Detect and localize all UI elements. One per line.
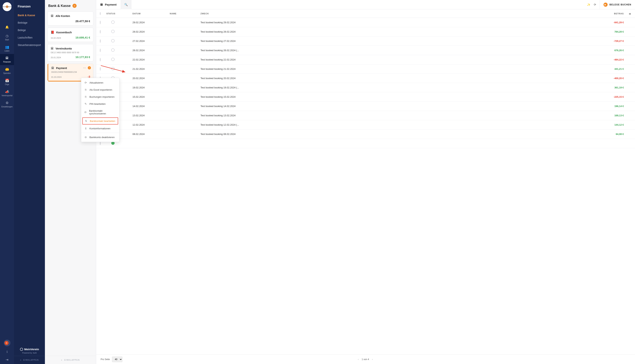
- row-checkbox[interactable]: [100, 39, 101, 43]
- sidenav-collapse-button[interactable]: « EINKLAPPEN: [14, 356, 45, 364]
- table-row[interactable]: 26.02.2024Test booked booking 26.02.2024…: [96, 46, 635, 55]
- accounts-collapse-button[interactable]: « EINKLAPPEN: [45, 356, 96, 364]
- logout-icon[interactable]: ⇥: [6, 358, 8, 362]
- rail-item-spenden[interactable]: 🤲Spenden: [0, 65, 14, 76]
- bank-icon: 🏛: [100, 3, 103, 6]
- accounts-panel: Bank & Kasse + 🏛Alle Konten29.477,59 €📕K…: [45, 0, 96, 364]
- menu-item-bankkonto-deaktivieren[interactable]: ⊖Bankkonto deaktivieren: [81, 134, 119, 141]
- table-row[interactable]: [96, 139, 635, 148]
- menu-icon: ✎: [84, 102, 87, 105]
- sidenav-item-lastschriften[interactable]: Lastschriften: [14, 34, 45, 41]
- row-checkbox[interactable]: [100, 58, 101, 62]
- book-receipts-button[interactable]: ▶ BELEGE BUCHEN: [600, 0, 631, 9]
- account-type-icon: 📕: [51, 30, 54, 34]
- pager-next[interactable]: ›: [372, 358, 373, 361]
- per-page-select[interactable]: 40: [112, 356, 122, 362]
- rail-label: Orga: [5, 83, 9, 86]
- magic-wand-icon[interactable]: ✨: [587, 3, 590, 6]
- columns-config-icon[interactable]: ≣: [624, 12, 631, 15]
- main-header: 🏛 Payment 🔍 ✨ ⟳ ▶ BELEGE BUCHEN: [96, 0, 635, 9]
- table-row[interactable]: 19.02.2024Test booked booking 19.02.2024…: [96, 83, 635, 92]
- account-name: Kassenbuch: [56, 31, 72, 34]
- account-actions-menu[interactable]: ⋯: [83, 66, 86, 70]
- table-row[interactable]: 08.02.2024Test booked booking 08.02.2024…: [96, 130, 635, 139]
- add-account-button[interactable]: +: [73, 4, 77, 8]
- account-type-icon: 🏛: [51, 14, 54, 18]
- rail-item-orga[interactable]: 📅Orga: [0, 76, 14, 88]
- row-date: 29.02.2024: [132, 21, 170, 24]
- table-row[interactable]: 21.02.2024Test booked booking 21.02.2024…: [96, 64, 635, 74]
- menu-item-aktualisieren[interactable]: ⟳Aktualisieren: [81, 79, 119, 86]
- rail-label: Finanzen: [3, 61, 11, 63]
- status-indicator: [111, 58, 115, 61]
- row-date: 12.02.2024: [132, 124, 170, 126]
- row-date: 14.02.2024: [132, 105, 170, 108]
- table-row[interactable]: 22.02.2024Test booked booking 22.02.2024…: [96, 55, 635, 64]
- rail-item-start[interactable]: ◷Start: [0, 32, 14, 43]
- row-date: 26.02.2024: [132, 49, 170, 52]
- row-checkbox[interactable]: [100, 67, 101, 71]
- row-date: 21.02.2024: [132, 68, 170, 70]
- pager-prev[interactable]: ‹: [358, 358, 359, 361]
- row-purpose: Test booked booking 08.02.2024: [200, 133, 600, 136]
- refresh-icon[interactable]: ⟳: [594, 3, 596, 6]
- tab-payment[interactable]: 🏛 Payment: [96, 0, 121, 9]
- row-checkbox[interactable]: [100, 48, 101, 52]
- pager-text: 1 von 4: [362, 358, 369, 361]
- row-checkbox[interactable]: [100, 142, 101, 145]
- chat-button[interactable]: 💬 3: [4, 340, 11, 346]
- col-name[interactable]: NAME: [170, 12, 200, 15]
- row-checkbox[interactable]: [100, 21, 101, 24]
- rail-item-listen[interactable]: 👥Listen: [0, 43, 14, 54]
- brand-name: MeinVerein: [24, 348, 39, 351]
- account-card[interactable]: 🏛Alle Konten29.477,59 €: [48, 12, 93, 26]
- menu-item-pin-bearbeiten[interactable]: ✎PIN bearbeiten: [81, 100, 119, 108]
- info-icon[interactable]: ℹ: [7, 350, 8, 354]
- table-row[interactable]: 12.02.2024Test booked booking 12.02.2024…: [96, 120, 635, 130]
- table-row[interactable]: 20.02.2024Test booked booking 20.02.2024…: [96, 74, 635, 83]
- menu-item-bankkontakt-synchronisieren[interactable]: ⟳Bankkontakt synchronisieren: [81, 108, 119, 117]
- row-checkbox[interactable]: [100, 30, 101, 34]
- col-amount[interactable]: BETRAG: [600, 12, 624, 15]
- notifications-icon[interactable]: 🔔: [0, 22, 14, 32]
- row-amount: 784,28 €: [600, 30, 624, 33]
- table-row[interactable]: 29.02.2024Test booked booking 29.02.2024…: [96, 18, 635, 27]
- table-row[interactable]: 27.02.2024Test booked booking 27.02.2024…: [96, 36, 635, 46]
- account-card[interactable]: 📕Kassenbuch15.02.202419.699,41 €: [48, 28, 93, 42]
- play-icon: ▶: [603, 2, 608, 7]
- menu-item-als-excel-exportieren[interactable]: ⎘Als Excel exportieren: [81, 86, 119, 93]
- org-logo[interactable]: TESTVEREIN: [3, 2, 12, 11]
- menu-label: Buchungen importieren: [89, 96, 114, 98]
- table-row[interactable]: 13.02.2024Test booked booking 13.02.2024…: [96, 111, 635, 120]
- menu-label: Kontoinformationen: [89, 127, 110, 130]
- status-indicator: [111, 39, 115, 42]
- menu-item-kontoinformationen[interactable]: ℹKontoinformationen: [81, 125, 119, 132]
- table-row[interactable]: 15.02.2024Test booked booking 15.02.2024…: [96, 92, 635, 102]
- sidenav-item-beitr-ge[interactable]: Beiträge: [14, 19, 45, 26]
- sidenav-item-bank-kasse[interactable]: Bank & Kasse: [14, 12, 45, 19]
- rail-item-vereinsportal[interactable]: 📣Vereinsportal: [0, 88, 14, 99]
- account-iban: DE12 3400 0000 0000 5678 90: [51, 51, 90, 54]
- account-card[interactable]: 🏛VereinskontoDE12 3400 0000 0000 5678 90…: [48, 44, 93, 62]
- account-date: 01.03.2024: [51, 76, 62, 78]
- sidenav-item-steuerberaterexport[interactable]: Steuerberaterexport: [14, 41, 45, 49]
- account-type-icon: 🏛: [51, 66, 54, 70]
- menu-item-bankkontakt-bearbeiten[interactable]: ⇅Bankkontakt bearbeiten: [82, 118, 118, 124]
- listen-icon: 👥: [5, 45, 9, 49]
- sidenav-item-belege[interactable]: Belege: [14, 26, 45, 34]
- spenden-icon: 🤲: [5, 67, 9, 72]
- row-amount: 169,13 €: [600, 114, 624, 117]
- rail-item-finanzen[interactable]: 🏛Finanzen: [0, 54, 14, 65]
- table-row[interactable]: 14.02.2024Test booked booking 14.02.2024…: [96, 102, 635, 111]
- collapse-label: EINKLAPPEN: [23, 359, 39, 361]
- search-tab[interactable]: 🔍: [121, 0, 131, 9]
- menu-item-buchungen-importieren[interactable]: ⎘Buchungen importieren: [81, 93, 119, 100]
- rail-label: Spenden: [3, 72, 11, 74]
- col-purpose[interactable]: ZWECK: [200, 12, 600, 15]
- rail-item-einstellungen[interactable]: ⚙Einstellungen: [0, 99, 14, 110]
- select-all-checkbox[interactable]: [100, 12, 101, 15]
- menu-label: Bankkonto deaktivieren: [89, 136, 115, 139]
- table-row[interactable]: 28.02.2024Test booked booking 28.02.2024…: [96, 27, 635, 36]
- col-status[interactable]: STATUS: [106, 12, 132, 15]
- col-date[interactable]: DATUM: [132, 12, 170, 15]
